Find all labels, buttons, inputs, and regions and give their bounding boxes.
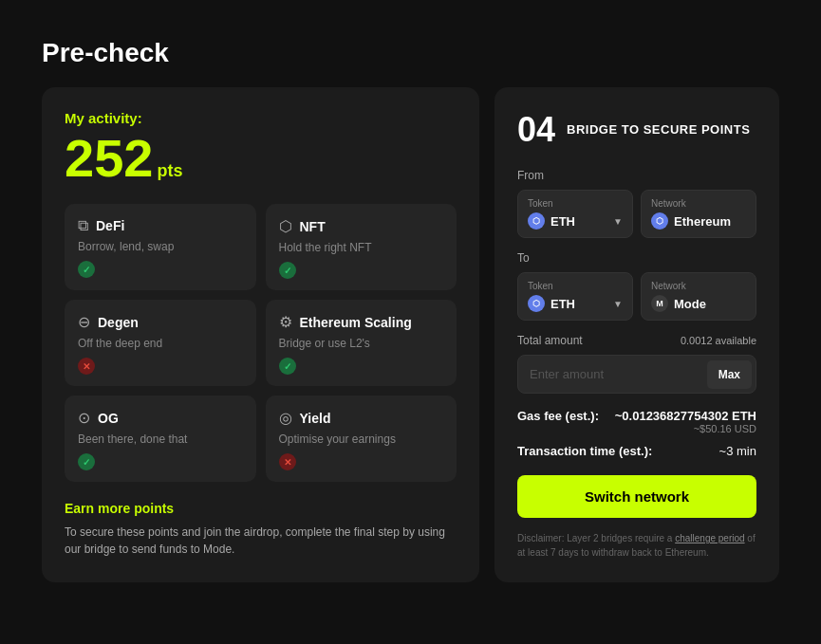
from-token-chevron: ▼ (613, 216, 623, 227)
amount-input[interactable] (518, 356, 703, 393)
from-eth-icon: ⬡ (528, 212, 545, 230)
points-unit: pts (157, 162, 182, 179)
tx-time-label: Transaction time (est.): (517, 444, 652, 458)
gas-fee-usd: ~$50.16 USD (615, 423, 756, 434)
from-network-select[interactable]: Network ⬡ Ethereum (641, 190, 756, 238)
defi-icon: ⧉ (78, 217, 88, 234)
gas-fee-eth: ~0.01236827754302 ETH (615, 409, 756, 423)
disclaimer: Disclaimer: Layer 2 bridges require a ch… (517, 531, 756, 560)
my-activity-label: My activity: (65, 110, 457, 126)
points-display: 252 pts (65, 132, 457, 185)
degen-status: ✕ (78, 358, 95, 375)
activity-card-nft: ⬡ NFT Hold the right NFT ✓ (266, 204, 457, 290)
nft-status: ✓ (279, 262, 296, 279)
yield-icon: ◎ (279, 409, 292, 427)
eth-scaling-name: Ethereum Scaling (300, 315, 412, 330)
step-number: 04 (517, 110, 555, 150)
to-token-network-row: Token ⬡ ETH ▼ Network M Mode (517, 272, 756, 321)
nft-icon: ⬡ (279, 217, 292, 235)
tx-time-value: ~3 min (719, 444, 756, 458)
og-status: ✓ (78, 453, 95, 470)
tx-time-row: Transaction time (est.): ~3 min (517, 444, 756, 458)
from-network-text: Ethereum (674, 214, 731, 229)
from-token-value-row: ⬡ ETH ▼ (528, 212, 623, 230)
activity-card-header: ⧉ DeFi (78, 217, 243, 234)
main-content: My activity: 252 pts ⧉ DeFi Borrow, lend… (42, 87, 779, 582)
eth-scaling-icon: ⚙ (279, 313, 292, 331)
degen-desc: Off the deep end (78, 337, 243, 350)
eth-scaling-desc: Bridge or use L2's (279, 337, 444, 350)
to-network-label: Network (651, 281, 746, 291)
from-network-label: Network (651, 198, 746, 209)
amount-input-row: Max (517, 355, 756, 394)
yield-desc: Optimise your earnings (279, 432, 444, 446)
left-panel: My activity: 252 pts ⧉ DeFi Borrow, lend… (42, 87, 479, 582)
from-token-text: ETH (550, 214, 575, 229)
nft-name: NFT (300, 219, 326, 234)
amount-section: Total amount 0.0012 available Max (517, 334, 756, 394)
activity-card-header: ⚙ Ethereum Scaling (279, 313, 444, 331)
og-name: OG (98, 411, 119, 426)
step-title: BRIDGE TO SECURE POINTS (567, 122, 750, 138)
gas-fee-row: Gas fee (est.): ~0.01236827754302 ETH ~$… (517, 409, 756, 434)
to-network-value-row: M Mode (651, 295, 746, 312)
defi-name: DeFi (96, 218, 124, 233)
activity-grid: ⧉ DeFi Borrow, lend, swap ✓ ⬡ NFT Hold t… (65, 204, 457, 482)
total-amount-label: Total amount (517, 334, 583, 347)
gas-fee-value: ~0.01236827754302 ETH ~$50.16 USD (615, 409, 756, 434)
points-number: 252 (65, 132, 153, 185)
max-button[interactable]: Max (707, 360, 752, 389)
yield-name: Yield (300, 411, 331, 426)
eth-scaling-status: ✓ (279, 358, 296, 375)
right-panel: 04 BRIDGE TO SECURE POINTS From Token ⬡ … (494, 87, 779, 582)
to-label: To (517, 251, 756, 265)
earn-more-desc: To secure these points and join the aird… (65, 524, 457, 558)
to-token-chevron: ▼ (613, 299, 623, 309)
earn-more-title: Earn more points (65, 501, 457, 516)
activity-card-header: ⬡ NFT (279, 217, 444, 235)
available-amount: 0.0012 available (681, 335, 756, 346)
from-token-network-row: Token ⬡ ETH ▼ Network ⬡ Ethereum (517, 190, 756, 238)
activity-card-yield: ◎ Yield Optimise your earnings ✕ (266, 396, 457, 482)
from-token-label: Token (528, 198, 623, 209)
amount-header: Total amount 0.0012 available (517, 334, 756, 347)
page-title: Pre-check (42, 38, 779, 68)
activity-card-og: ⊙ OG Been there, done that ✓ (65, 396, 256, 482)
to-token-text: ETH (550, 297, 575, 311)
activity-card-header: ◎ Yield (279, 409, 444, 427)
to-token-value-row: ⬡ ETH ▼ (528, 295, 623, 312)
to-eth-icon: ⬡ (528, 295, 545, 312)
defi-status: ✓ (78, 261, 95, 278)
to-network-text: Mode (674, 297, 706, 311)
defi-desc: Borrow, lend, swap (78, 240, 243, 253)
gas-fee-label: Gas fee (est.): (517, 409, 599, 423)
og-icon: ⊙ (78, 409, 90, 427)
from-network-eth-icon: ⬡ (651, 212, 668, 230)
to-token-label: Token (528, 281, 623, 291)
switch-network-button[interactable]: Switch network (517, 475, 756, 518)
activity-card-header: ⊖ Degen (78, 313, 243, 331)
page-wrapper: Pre-check My activity: 252 pts ⧉ DeFi Bo… (19, 19, 802, 644)
from-network-value-row: ⬡ Ethereum (651, 212, 746, 230)
challenge-period-link[interactable]: challenge period (675, 533, 744, 543)
activity-card-degen: ⊖ Degen Off the deep end ✕ (65, 300, 256, 386)
from-token-select[interactable]: Token ⬡ ETH ▼ (517, 190, 633, 238)
to-network-select[interactable]: Network M Mode (641, 272, 756, 321)
activity-card-eth-scaling: ⚙ Ethereum Scaling Bridge or use L2's ✓ (266, 300, 457, 386)
degen-name: Degen (98, 315, 139, 330)
to-network-mode-icon: M (651, 295, 668, 312)
step-header: 04 BRIDGE TO SECURE POINTS (517, 110, 756, 150)
yield-status: ✕ (279, 453, 296, 470)
nft-desc: Hold the right NFT (279, 241, 444, 254)
activity-card-header: ⊙ OG (78, 409, 243, 427)
from-label: From (517, 169, 756, 182)
degen-icon: ⊖ (78, 313, 90, 331)
to-token-select[interactable]: Token ⬡ ETH ▼ (517, 272, 633, 321)
activity-card-defi: ⧉ DeFi Borrow, lend, swap ✓ (65, 204, 256, 290)
og-desc: Been there, done that (78, 432, 243, 446)
